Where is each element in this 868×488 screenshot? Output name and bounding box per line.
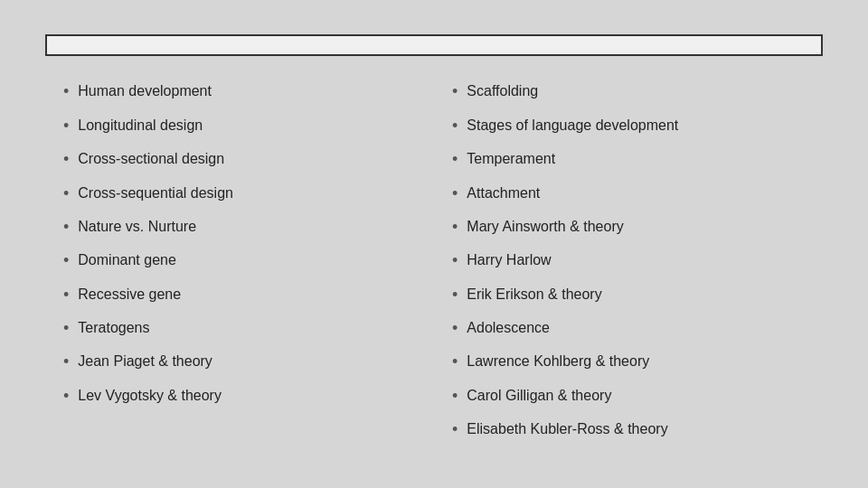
bullet-icon: •: [452, 116, 458, 136]
bullet-icon: •: [63, 149, 69, 170]
list-item: •Mary Ainsworth & theory: [452, 217, 805, 238]
item-text: Mary Ainsworth & theory: [467, 217, 623, 237]
list-item: •Harry Harlow: [452, 250, 805, 271]
bullet-icon: •: [63, 81, 69, 102]
list-item: •Longitudinal design: [63, 116, 416, 136]
item-text: Cross-sequential design: [78, 183, 233, 203]
list-item: •Erik Erikson & theory: [452, 285, 805, 305]
item-text: Human development: [78, 81, 212, 101]
item-text: Teratogens: [78, 318, 149, 338]
list-item: •Adolescence: [452, 318, 805, 339]
list-item: •Lawrence Kohlberg & theory: [452, 352, 805, 372]
bullet-icon: •: [452, 183, 458, 204]
bullet-icon: •: [63, 386, 69, 407]
item-text: Lawrence Kohlberg & theory: [467, 352, 649, 371]
bullet-icon: •: [63, 250, 69, 271]
bullet-icon: •: [63, 318, 69, 339]
list-item: •Temperament: [452, 149, 805, 170]
list-item: •Attachment: [452, 183, 805, 204]
bullet-icon: •: [452, 352, 458, 372]
list-item: •Teratogens: [63, 318, 416, 339]
bullet-icon: •: [452, 250, 458, 271]
list-item: •Jean Piaget & theory: [63, 352, 416, 372]
item-text: Cross-sectional design: [78, 149, 224, 169]
item-text: Stages of language development: [467, 116, 678, 136]
item-text: Nature vs. Nurture: [78, 217, 196, 237]
item-text: Carol Gilligan & theory: [467, 386, 611, 406]
bullet-icon: •: [452, 386, 458, 407]
list-item: •Carol Gilligan & theory: [452, 386, 805, 407]
bullet-icon: •: [452, 419, 458, 440]
item-text: Temperament: [467, 149, 555, 169]
bullet-icon: •: [452, 217, 458, 238]
bullet-icon: •: [63, 352, 69, 372]
list-item: •Recessive gene: [63, 285, 416, 305]
list-item: •Cross-sequential design: [63, 183, 416, 204]
item-text: Adolescence: [467, 318, 550, 338]
bullet-icon: •: [63, 183, 69, 204]
bullet-icon: •: [452, 285, 458, 305]
column-right: •Scaffolding•Stages of language developm…: [434, 81, 823, 453]
title-box: [45, 34, 823, 56]
item-text: Longitudinal design: [78, 116, 203, 136]
bullet-icon: •: [452, 149, 458, 170]
item-text: Scaffolding: [467, 81, 538, 101]
item-text: Erik Erikson & theory: [467, 285, 601, 305]
column-left: •Human development•Longitudinal design•C…: [45, 81, 434, 453]
columns-container: •Human development•Longitudinal design•C…: [45, 81, 823, 453]
item-text: Attachment: [467, 183, 540, 203]
list-item: •Elisabeth Kubler-Ross & theory: [452, 419, 805, 440]
list-item: •Nature vs. Nurture: [63, 217, 416, 238]
list-item: •Lev Vygotsky & theory: [63, 386, 416, 407]
list-item: •Dominant gene: [63, 250, 416, 271]
bullet-icon: •: [63, 116, 69, 136]
item-text: Harry Harlow: [467, 250, 551, 270]
item-text: Recessive gene: [78, 285, 181, 305]
item-text: Dominant gene: [78, 250, 176, 270]
bullet-icon: •: [63, 285, 69, 305]
list-item: •Cross-sectional design: [63, 149, 416, 170]
bullet-icon: •: [452, 318, 458, 339]
list-item: •Scaffolding: [452, 81, 805, 102]
page-container: •Human development•Longitudinal design•C…: [45, 16, 823, 471]
item-text: Lev Vygotsky & theory: [78, 386, 222, 406]
bullet-icon: •: [452, 81, 458, 102]
list-item: •Human development: [63, 81, 416, 102]
bullet-icon: •: [63, 217, 69, 238]
item-text: Elisabeth Kubler-Ross & theory: [467, 419, 667, 439]
item-text: Jean Piaget & theory: [78, 352, 212, 371]
list-item: •Stages of language development: [452, 116, 805, 136]
